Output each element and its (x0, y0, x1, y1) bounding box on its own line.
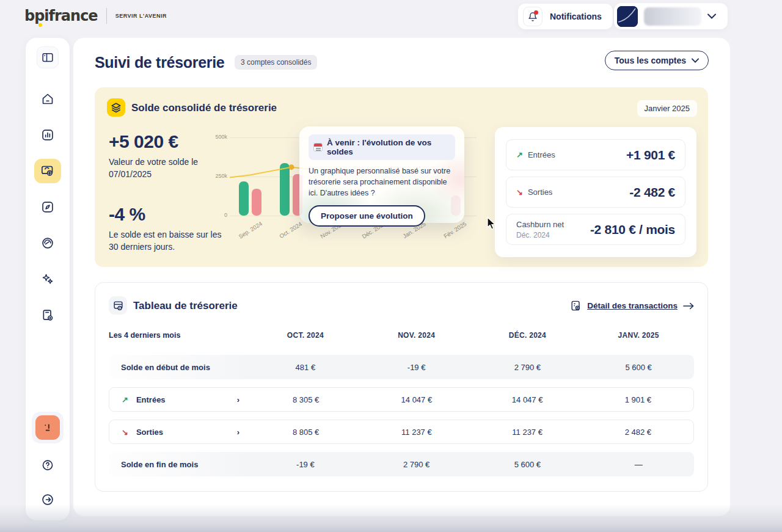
flow-stats-card: ↗ Entrées +1 901 € ↘ Sorties -2 482 € Ca… (495, 127, 696, 257)
x-tick-label: Sep. 2024 (237, 220, 263, 239)
cell-value: 8 305 € (250, 395, 361, 404)
chevron-right-icon[interactable]: › (237, 395, 239, 404)
table-title: Tableau de trésorerie (133, 300, 238, 312)
column-header-period: Les 4 derniers mois (109, 331, 250, 340)
sidebar-item-invoicing[interactable] (34, 303, 61, 327)
notifications-label: Notifications (550, 12, 602, 21)
cell-value: 8 805 € (250, 428, 361, 437)
y-tick: 0 (224, 212, 227, 218)
coming-soon-body: Un graphique personnalisé basé sur votre… (309, 166, 455, 199)
cell-value: 5 600 € (583, 363, 694, 372)
column-header-oct: OCT. 2024 (250, 331, 361, 340)
arrow-up-right-icon: ↗ (516, 150, 523, 159)
layers-icon (107, 98, 125, 117)
calendar-icon (313, 143, 323, 151)
cell-value: 11 237 € (361, 428, 472, 437)
account-name-redacted (644, 7, 701, 26)
outflow-value: -2 482 € (629, 185, 675, 200)
main-content: Suivi de trésorerie 3 comptes consolidés… (73, 38, 730, 516)
bell-icon (523, 7, 543, 26)
cell-value: -19 € (361, 363, 472, 372)
cashburn-label: Cashburn net (516, 220, 564, 229)
compass-icon (42, 201, 54, 213)
sidebar-item-treasury[interactable] (34, 159, 61, 183)
help-icon (42, 459, 54, 472)
table-column-headers: Les 4 derniers mois OCT. 2024 NOV. 2024 … (109, 327, 694, 344)
chevron-down-icon (692, 58, 699, 63)
trend-value: -4 % (109, 204, 225, 225)
table-row-start-balance: Solde en début de mois 481 € -19 € 2 790… (109, 355, 694, 379)
row-label: Solde en début de mois (121, 363, 210, 372)
table-row-inflows[interactable]: ↗ Entrées › 8 305 € 14 047 € 14 047 € 1 … (109, 387, 694, 412)
coming-soon-card: À venir : l'évolution de vos soldes Un g… (299, 126, 464, 223)
sidebar-item-home[interactable] (34, 87, 61, 111)
cell-value: — (583, 460, 694, 469)
sidebar (26, 38, 70, 520)
row-label: Sorties (136, 428, 163, 437)
account-selector[interactable] (614, 3, 728, 29)
home-icon (42, 93, 54, 105)
notifications-button[interactable]: Notifications (518, 4, 613, 29)
cell-value: 14 047 € (361, 395, 472, 404)
accounts-count-badge: 3 comptes consolidés (235, 55, 317, 70)
panel-toggle-icon[interactable] (37, 46, 59, 68)
outflow-stat-row: ↘ Sorties -2 482 € (506, 177, 685, 208)
balance-value: +5 020 € (109, 131, 225, 152)
treasury-icon (41, 165, 54, 177)
arrow-right-icon (683, 302, 694, 310)
inflow-value: +1 901 € (626, 148, 675, 162)
column-header-dec: DÉC. 2024 (472, 331, 583, 340)
cell-value: -19 € (250, 460, 361, 469)
column-header-janv: JANV. 2025 (583, 331, 694, 340)
logo-text: bpifrance (24, 7, 98, 24)
row-label: Entrées (136, 395, 166, 404)
cashburn-value: -2 810 € / mois (590, 222, 675, 237)
brand-tagline: SERVIR L'AVENIR (115, 13, 167, 19)
cell-value: 481 € (250, 363, 361, 372)
inflow-stat-row: ↗ Entrées +1 901 € (506, 139, 685, 170)
calculator-icon (42, 309, 54, 321)
transactions-detail-label: Détail des transactions (587, 301, 678, 310)
cell-value: 2 482 € (583, 428, 693, 437)
y-tick: 250k (215, 173, 227, 179)
coming-soon-title: À venir : l'évolution de vos soldes (327, 138, 450, 156)
arrow-down-right-icon: ↘ (122, 428, 128, 437)
sidebar-item-performance[interactable] (34, 231, 61, 255)
sidebar-item-explore[interactable] (34, 195, 61, 219)
logout-icon (42, 494, 54, 506)
sidebar-item-analytics[interactable] (34, 123, 61, 147)
assistant-icon (35, 415, 60, 440)
avatar (617, 6, 638, 27)
help-button[interactable] (34, 453, 61, 478)
balance-caption: Valeur de votre solde le 07/01/2025 (109, 156, 225, 181)
transactions-detail-link[interactable]: Détail des transactions (570, 300, 694, 312)
propose-evolution-button[interactable]: Proposer une évolution (309, 205, 425, 227)
accounts-filter-label: Tous les comptes (615, 56, 686, 65)
sparkles-icon (42, 273, 54, 285)
treasury-table-card: Tableau de trésorerie Détail des transac… (95, 282, 708, 492)
accounts-filter-dropdown[interactable]: Tous les comptes (605, 51, 709, 70)
assistant-button[interactable] (32, 412, 64, 443)
arrow-up-right-icon: ↗ (122, 395, 128, 404)
coming-soon-title-row: À venir : l'évolution de vos soldes (309, 134, 455, 160)
chevron-down-icon (707, 13, 716, 19)
cashburn-sublabel: Déc. 2024 (516, 231, 564, 239)
gauge-icon (42, 237, 54, 249)
notification-badge (534, 10, 538, 15)
cell-value: 2 790 € (472, 363, 583, 372)
brand: bpifrance SERVIR L'AVENIR (24, 7, 167, 24)
top-bar: bpifrance SERVIR L'AVENIR Notifications (0, 0, 782, 33)
balance-card-title: Solde consolidé de trésorerie (131, 102, 277, 114)
outflow-label: Sorties (528, 188, 552, 197)
chevron-right-icon[interactable]: › (237, 428, 239, 437)
table-row-end-balance: Solde en fin de mois -19 € 2 790 € 5 600… (109, 452, 694, 476)
logout-button[interactable] (34, 487, 61, 512)
y-tick: 500k (215, 134, 227, 140)
bpifrance-logo: bpifrance (24, 7, 98, 24)
consolidated-balance-card: Solde consolidé de trésorerie Janvier 20… (95, 87, 708, 267)
trend-caption: Le solde est en baisse sur les 30 dernie… (109, 228, 225, 253)
table-row-outflows[interactable]: ↘ Sorties › 8 805 € 11 237 € 11 237 € 2 … (109, 420, 694, 444)
cashburn-stat-row: Cashburn net Déc. 2024 -2 810 € / mois (506, 214, 685, 245)
sidebar-item-ai[interactable] (34, 267, 61, 291)
column-header-nov: NOV. 2024 (361, 331, 472, 340)
